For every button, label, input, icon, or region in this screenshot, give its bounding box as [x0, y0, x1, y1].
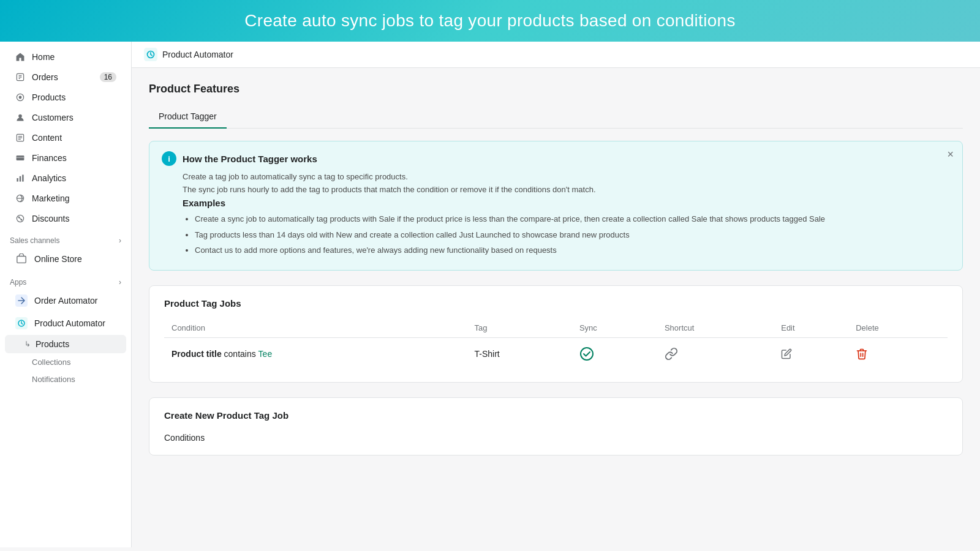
create-section-title: Create New Product Tag Job — [164, 410, 948, 421]
info-banner-body: Create a tag job to automatically sync a… — [162, 172, 950, 257]
svg-rect-12 — [17, 157, 24, 158]
sidebar-item-home-label: Home — [32, 52, 55, 62]
sync-check-icon — [579, 347, 650, 361]
online-store-icon — [15, 252, 28, 266]
svg-rect-13 — [17, 178, 18, 182]
sidebar-item-order-automator[interactable]: Order Automator — [5, 290, 126, 312]
sidebar-item-customers[interactable]: Customers — [5, 108, 126, 127]
row-condition: Product title contains Tee — [164, 337, 467, 370]
conditions-title: Conditions — [164, 428, 948, 443]
col-tag: Tag — [467, 318, 572, 338]
sidebar-item-marketing[interactable]: Marketing — [5, 189, 126, 208]
breadcrumb-app-icon — [144, 48, 157, 61]
table-header-row: Condition Tag Sync Shortcut Edit Delete — [164, 318, 948, 338]
product-tag-jobs-body: Product Tag Jobs Condition Tag Sync Shor… — [149, 286, 962, 382]
col-delete: Delete — [848, 318, 948, 338]
sidebar-item-content-label: Content — [32, 133, 62, 143]
page-title: Product Features — [149, 83, 963, 96]
row-sync — [572, 337, 657, 370]
svg-point-6 — [18, 114, 22, 118]
sales-channels-section[interactable]: Sales channels › — [0, 229, 131, 247]
table-body: Product title contains Tee T-Shirt — [164, 337, 948, 370]
table-head: Condition Tag Sync Shortcut Edit Delete — [164, 318, 948, 338]
sidebar-item-online-store[interactable]: Online Store — [5, 248, 126, 270]
page-body: Product Features Product Tagger i How th… — [132, 68, 980, 485]
banner-title: Create auto sync jobs to tag your produc… — [24, 11, 956, 31]
sidebar-item-analytics[interactable]: Analytics — [5, 168, 126, 188]
products-icon — [15, 92, 26, 103]
orders-icon — [15, 72, 26, 83]
col-condition: Condition — [164, 318, 467, 338]
edit-icon[interactable] — [781, 348, 841, 359]
col-sync: Sync — [572, 318, 657, 338]
sidebar-item-home[interactable]: Home — [5, 47, 126, 67]
row-shortcut[interactable] — [657, 337, 774, 370]
analytics-icon — [15, 173, 26, 184]
tab-product-tagger[interactable]: Product Tagger — [149, 105, 227, 129]
svg-point-5 — [19, 96, 22, 99]
info-banner: i How the Product Tagger works × Create … — [149, 141, 963, 271]
info-banner-title: How the Product Tagger works — [183, 154, 317, 164]
product-automator-icon — [15, 317, 28, 330]
home-icon — [15, 51, 26, 62]
sidebar-item-product-automator[interactable]: Product Automator — [5, 312, 126, 334]
sidebar-sub-collections[interactable]: Collections — [5, 354, 126, 370]
product-tag-jobs-title: Product Tag Jobs — [164, 298, 948, 309]
example-item-2: Tag products less than 14 days old with … — [195, 229, 950, 241]
sidebar-item-analytics-label: Analytics — [32, 173, 66, 183]
tag-jobs-table: Condition Tag Sync Shortcut Edit Delete — [164, 318, 948, 370]
product-tag-jobs-card: Product Tag Jobs Condition Tag Sync Shor… — [149, 285, 963, 383]
example-item-1: Create a sync job to automatically tag p… — [195, 213, 950, 225]
breadcrumb-text: Product Automator — [162, 50, 233, 59]
table-row: Product title contains Tee T-Shirt — [164, 337, 948, 370]
svg-point-27 — [581, 348, 593, 360]
orders-badge: 16 — [100, 72, 116, 82]
svg-rect-21 — [17, 257, 26, 263]
sidebar-item-products[interactable]: Products — [5, 88, 126, 107]
sidebar-item-orders[interactable]: Orders 16 — [5, 67, 126, 87]
svg-point-19 — [18, 217, 20, 218]
sidebar-item-finances-label: Finances — [32, 153, 67, 163]
row-delete[interactable] — [848, 337, 948, 370]
marketing-icon — [15, 193, 26, 204]
sidebar-item-product-automator-label: Product Automator — [34, 318, 105, 328]
sidebar-item-online-store-label: Online Store — [34, 254, 82, 264]
sales-channels-chevron: › — [119, 236, 121, 245]
example-item-3: Contact us to add more options and featu… — [195, 244, 950, 257]
sidebar-sub-products[interactable]: ↳ Products — [5, 335, 126, 353]
sidebar-item-products-label: Products — [32, 92, 66, 102]
sales-channels-label: Sales channels — [10, 236, 59, 245]
condition-verb: contains — [224, 349, 258, 359]
sidebar-sub-notifications[interactable]: Notifications — [5, 371, 126, 388]
finances-icon — [15, 152, 26, 163]
sidebar-item-customers-label: Customers — [32, 113, 74, 122]
sidebar-sub-products-label: Products — [36, 339, 69, 349]
examples-list: Create a sync job to automatically tag p… — [183, 213, 950, 257]
info-banner-close-button[interactable]: × — [947, 149, 954, 160]
svg-rect-14 — [20, 176, 21, 182]
sidebar-item-discounts[interactable]: Discounts — [5, 209, 126, 228]
apps-section[interactable]: Apps › — [0, 271, 131, 289]
main-content: Product Automator Product Features Produ… — [132, 42, 980, 547]
info-banner-header: i How the Product Tagger works — [162, 151, 950, 166]
sidebar-item-marketing-label: Marketing — [32, 193, 69, 203]
sidebar-item-content[interactable]: Content — [5, 128, 126, 148]
row-edit[interactable] — [774, 337, 848, 370]
content-icon — [15, 132, 26, 143]
apps-chevron: › — [119, 278, 121, 287]
col-edit: Edit — [774, 318, 848, 338]
sidebar-item-order-automator-label: Order Automator — [34, 296, 98, 305]
info-body-line2: The sync job runs hourly to add the tag … — [183, 185, 950, 194]
sidebar-sub-notifications-label: Notifications — [32, 375, 75, 384]
link-icon[interactable] — [665, 347, 766, 361]
svg-rect-15 — [22, 174, 23, 181]
condition-prefix: Product title — [172, 349, 222, 359]
corner-arrow-icon: ↳ — [24, 340, 31, 348]
tabs-bar: Product Tagger — [149, 105, 963, 129]
sidebar-item-finances[interactable]: Finances — [5, 148, 126, 168]
create-new-body: Create New Product Tag Job Conditions — [149, 398, 962, 455]
breadcrumb: Product Automator — [132, 42, 980, 68]
examples-title: Examples — [183, 198, 950, 208]
col-shortcut: Shortcut — [657, 318, 774, 338]
delete-icon[interactable] — [856, 348, 940, 360]
